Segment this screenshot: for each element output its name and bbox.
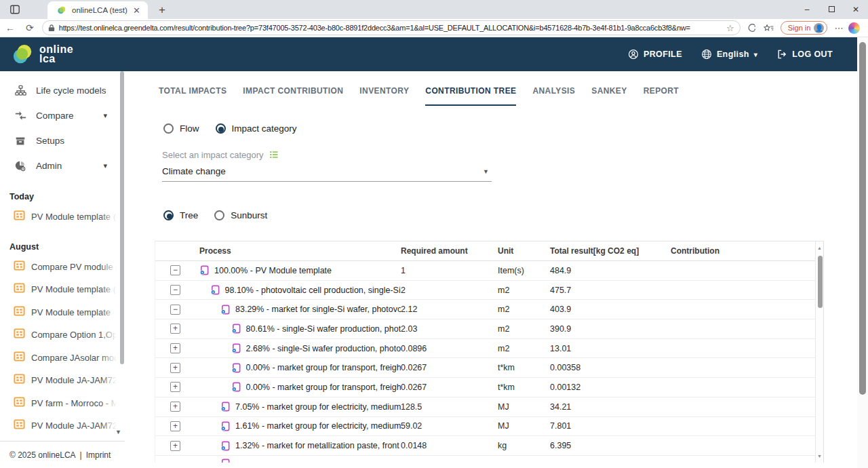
table-row-partial[interactable] [155,456,824,463]
tab-report[interactable]: REPORT [644,86,679,106]
sidebar-scroll-down-icon[interactable]: ▼ [115,429,121,435]
model-list-item[interactable]: Compare Option 1,Optio [0,324,125,347]
section-header-today: Today [0,178,125,206]
expand-toggle-icon[interactable]: + [170,324,180,334]
process-name: 2.68% - single-Si wafer production, phot… [246,344,401,353]
close-button[interactable]: ✕ [844,0,868,19]
table-row[interactable]: + 0.00% - market group for transport, fr… [155,378,824,397]
tab-analysis[interactable]: ANALYSIS [532,86,575,106]
model-list-item[interactable]: Compare JAsolar modul [0,347,125,370]
impact-category-caption-text: Select an impact category [162,150,264,160]
tree-radio-option[interactable]: Tree [163,210,198,220]
model-list-item[interactable]: PV Module template [0,301,125,324]
process-name: 1.32% - market for metallization paste, … [235,441,401,450]
scroll-down-icon[interactable]: ▼ [816,454,823,459]
main-content: TOTAL IMPACTSIMPACT CONTRIBUTIONINVENTOR… [125,71,868,468]
page-scrollbar[interactable] [857,37,868,468]
table-row[interactable]: − 98.10% - photovoltaic cell production,… [155,281,824,300]
tree-type-options: Flow Impact category [163,123,868,134]
sidebar: Life cycle models Compare ▾ Setups Admin… [0,71,125,468]
table-row[interactable]: + 80.61% - single-Si wafer production, p… [155,319,824,339]
tab-title: onlineLCA (test) [72,6,131,14]
tab-impact-contribution[interactable]: IMPACT CONTRIBUTION [243,86,343,106]
expand-toggle-icon[interactable]: + [170,343,180,353]
radio-unselected-icon[interactable] [214,210,224,220]
process-name: 0.00% - market group for transport, frei… [246,383,401,392]
table-row[interactable]: − 100.00% - PV Module template 1 Item(s)… [155,261,824,281]
language-selector[interactable]: English ▾ [701,49,757,60]
reload-icon[interactable]: ⟳ [20,22,39,33]
profile-button[interactable]: PROFILE [628,49,682,60]
sidebar-scrollbar-thumb[interactable] [120,71,124,364]
process-name: 100.00% - PV Module template [214,266,332,275]
logout-button[interactable]: LOG OUT [776,49,833,60]
table-row[interactable]: + 0.00% - market group for transport, fr… [155,358,824,378]
total-result-cell: 484.9 [550,266,671,275]
expand-toggle-icon[interactable]: + [170,363,180,373]
expand-toggle-icon[interactable]: + [170,441,180,451]
flow-radio-option[interactable]: Flow [163,123,199,134]
expand-toggle-icon[interactable]: + [170,382,180,392]
tab-total-impacts[interactable]: TOTAL IMPACTS [159,86,226,106]
url-input[interactable]: https://test.onlinelca.greendelta.com/re… [42,20,741,35]
table-scrollbar[interactable]: ▲ ▼ [815,241,824,463]
sidebar-menu: Life cycle models Compare ▾ Setups Admin… [0,71,125,178]
model-list-item[interactable]: Compare PV module pro [0,256,125,279]
chevron-down-icon: ▾ [754,51,757,58]
model-list-item[interactable]: PV Module JA-JAM72D1 [0,414,125,437]
model-list-item[interactable]: PV Module template (2) [0,206,125,229]
radio-selected-icon[interactable] [216,123,226,134]
tab-contribution-tree[interactable]: CONTRIBUTION TREE [425,86,516,106]
collapse-toggle-icon[interactable]: − [170,285,180,295]
table-row[interactable]: + 1.32% - market for metallization paste… [155,436,824,456]
expand-toggle-icon[interactable]: + [170,421,180,431]
tab-inventory[interactable]: INVENTORY [359,86,409,106]
browser-essentials-icon[interactable] [747,23,757,33]
back-icon[interactable]: ← [0,22,20,33]
new-tab-button[interactable]: + [155,3,170,17]
expand-toggle-icon[interactable]: + [170,402,180,412]
table-scrollbar-thumb[interactable] [818,256,823,308]
url-text[interactable]: https://test.onlinelca.greendelta.com/re… [59,24,722,32]
bookmark-star-icon[interactable]: ☆ [726,23,734,33]
page-scrollbar-thumb[interactable] [859,42,866,395]
radio-selected-icon[interactable] [163,210,174,220]
impact-category-select[interactable]: Climate change ▼ [162,166,492,182]
radio-unselected-icon[interactable] [163,123,174,134]
select-arrow-icon: ▼ [483,168,489,175]
model-list-item[interactable]: PV farm - Morroco - MA ( [0,392,125,415]
sidebar-item-admin[interactable]: Admin ▾ [0,153,125,178]
scroll-up-icon[interactable]: ▲ [816,246,823,250]
browser-tab[interactable]: onlineLCA (test) ✕ [47,1,148,19]
sidebar-item-life-cycle-models[interactable]: Life cycle models [0,78,125,103]
table-row[interactable]: + 1.61% - market group for electricity, … [155,417,824,437]
model-list-item[interactable]: PV Module JA-JAM72D1 [0,369,125,392]
table-row[interactable]: + 7.05% - market group for electricity, … [155,397,824,417]
copilot-icon[interactable] [848,22,860,34]
impact-category-radio-option[interactable]: Impact category [216,123,297,134]
tab-close-icon[interactable]: ✕ [131,5,142,16]
person-icon [628,49,639,60]
maximize-button[interactable] [819,0,844,19]
browser-menu-icon[interactable]: ⋯ [834,23,843,33]
sidebar-item-setups[interactable]: Setups [0,128,125,153]
minimize-button[interactable]: – [795,0,819,19]
sidebar-item-compare[interactable]: Compare ▾ [0,103,125,128]
collapse-toggle-icon[interactable]: − [170,265,180,275]
workspaces-icon[interactable] [5,1,24,18]
section-header-august: August [0,229,125,256]
table-row[interactable]: + 2.68% - single-Si wafer production, ph… [155,339,824,359]
unit-cell: Item(s) [498,266,550,275]
collapse-toggle-icon[interactable]: − [170,305,180,315]
sunburst-radio-option[interactable]: Sunburst [214,210,267,220]
model-list-item[interactable]: PV Module template (1) [0,278,125,301]
favorites-icon[interactable] [764,24,774,33]
onlinelca-logo[interactable]: online lca [12,43,73,65]
imprint-link[interactable]: Imprint [86,450,111,460]
sign-in-button[interactable]: Sign in 👤 [781,21,828,35]
lock-icon[interactable] [48,24,55,32]
table-row[interactable]: − 83.29% - market for single-Si wafer, p… [155,300,824,319]
process-icon [220,459,231,463]
process-name: 1.61% - market group for electricity, me… [235,421,401,431]
tab-sankey[interactable]: SANKEY [591,86,627,106]
